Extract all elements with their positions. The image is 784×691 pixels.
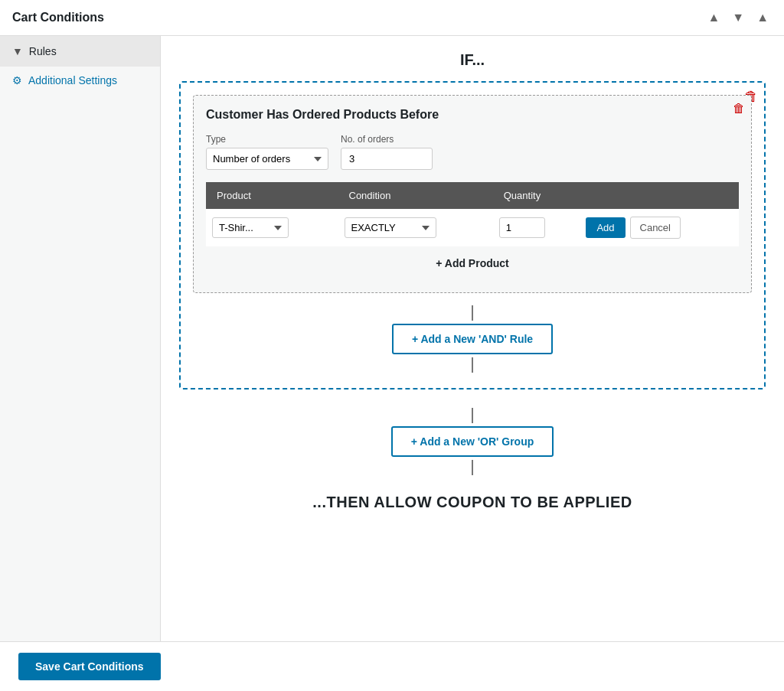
connector-line-top [472,305,473,321]
or-connector-line-bottom [472,460,473,475]
add-and-rule-button[interactable]: + Add a New 'AND' Rule [392,324,553,354]
save-cart-conditions-button[interactable]: Save Cart Conditions [18,653,161,680]
up-button[interactable]: ▲ [704,9,723,26]
sidebar-additional-label: Additional Settings [28,74,117,86]
products-table: Product Condition Quantity T-Shir... [206,182,739,246]
main-layout: ▼ Rules ⚙ Additional Settings IF... 🗑 🗑 … [0,36,784,641]
outer-rule-box: 🗑 🗑 Customer Has Ordered Products Before… [179,81,766,390]
table-header: Product Condition Quantity [206,182,739,209]
then-allow-text: ...THEN ALLOW COUPON TO BE APPLIED [179,494,766,511]
col-product: Product [206,182,338,209]
if-heading: IF... [179,51,766,69]
and-connector [193,305,752,321]
down-button[interactable]: ▼ [729,9,747,26]
condition-cell: EXACTLY [338,209,493,246]
delete-inner-button[interactable]: 🗑 [733,102,745,116]
type-select[interactable]: Number of orders [206,148,328,170]
no-orders-field-group: No. of orders [341,134,433,170]
add-or-group-button[interactable]: + Add a New 'OR' Group [391,426,554,457]
no-orders-label: No. of orders [341,134,433,145]
condition-select[interactable]: EXACTLY [345,217,436,238]
table-row: T-Shir... EXACTLY [206,209,739,246]
or-connector-top [179,408,766,423]
filter-icon: ▼ [12,45,23,57]
page-title: Cart Conditions [12,11,104,24]
fields-row: Type Number of orders No. of orders [206,134,739,170]
type-label: Type [206,134,328,145]
condition-card: 🗑 Customer Has Ordered Products Before T… [193,95,752,293]
col-quantity: Quantity [493,182,580,209]
sidebar: ▼ Rules ⚙ Additional Settings [0,36,161,641]
no-orders-input[interactable] [341,148,433,170]
table-body: T-Shir... EXACTLY [206,209,739,246]
gear-icon: ⚙ [12,74,22,86]
collapse-button[interactable]: ▲ [753,9,772,26]
or-connector-bottom [179,460,766,475]
product-select[interactable]: T-Shir... [212,217,289,238]
product-cell: T-Shir... [206,209,338,246]
quantity-cell [493,209,580,246]
sidebar-item-rules[interactable]: ▼ Rules [0,36,160,67]
action-cell: Add Cancel [580,209,739,246]
action-buttons: Add Cancel [586,217,733,239]
col-actions [580,182,739,209]
condition-title: Customer Has Ordered Products Before [206,108,739,122]
connector-line-bottom [472,357,473,373]
title-bar-controls: ▲ ▼ ▲ [704,9,772,26]
add-product-link[interactable]: + Add Product [206,246,739,280]
cancel-button[interactable]: Cancel [630,217,681,239]
add-button[interactable]: Add [586,217,625,238]
sidebar-rules-label: Rules [29,45,57,57]
footer-bar: Save Cart Conditions [0,641,784,691]
quantity-input[interactable] [499,217,545,238]
content-area: IF... 🗑 🗑 Customer Has Ordered Products … [161,36,784,641]
type-field-group: Type Number of orders [206,134,328,170]
title-bar: Cart Conditions ▲ ▼ ▲ [0,0,784,36]
col-condition: Condition [338,182,493,209]
or-connector-line-top [472,408,473,423]
and-connector-bottom [193,357,752,373]
sidebar-item-additional[interactable]: ⚙ Additional Settings [0,67,160,94]
